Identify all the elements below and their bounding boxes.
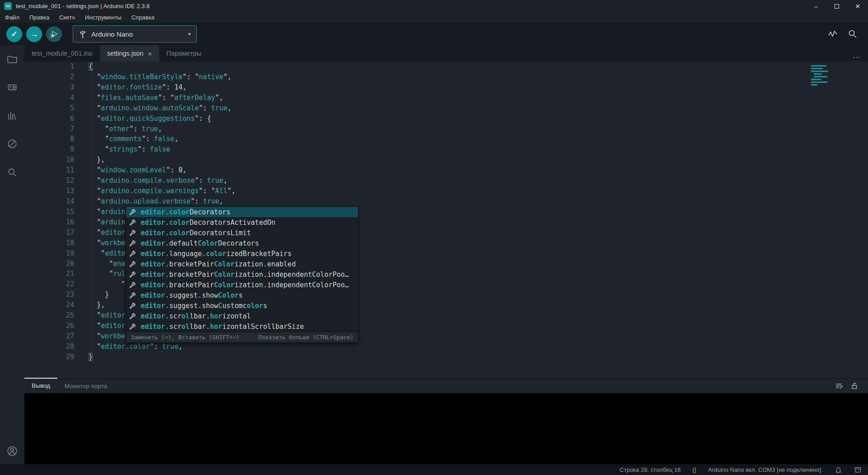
wrench-icon — [129, 250, 137, 257]
line-content: } — [74, 290, 109, 300]
line-number: 15 — [24, 207, 74, 217]
autocomplete-item[interactable]: editor.colorDecoratorsLimit — [126, 228, 358, 238]
line-number: 17 — [24, 228, 74, 238]
code-line[interactable]: 10 }, — [24, 155, 868, 165]
suggestion-text: editor.suggest.showCustomcolors — [141, 302, 267, 310]
wrench-icon — [129, 261, 137, 268]
menu-item[interactable]: Файл — [0, 14, 24, 21]
code-line[interactable]: 2 "window.titleBarStyle": "native", — [24, 72, 868, 82]
suggestion-text: editor.language.colorizedBracketPairs — [141, 250, 292, 258]
serial-monitor-button[interactable] — [847, 28, 858, 39]
suggestion-text: editor.suggest.showColors — [141, 291, 243, 299]
board-selector-dropdown[interactable]: Arduino Nano ▾ — [73, 25, 197, 43]
notifications-bell-icon[interactable] — [835, 466, 842, 474]
board-connection-status[interactable]: Arduino Nano вкл. COM3 [не подключено]. — [708, 466, 823, 473]
usb-icon — [79, 29, 87, 38]
wrench-icon — [129, 271, 137, 278]
code-line[interactable]: 7 "other": true, — [24, 124, 868, 134]
menu-item[interactable]: Правка — [24, 14, 54, 21]
minimap[interactable] — [811, 65, 838, 87]
code-line[interactable]: 5 "arduino.window.autoScale": true, — [24, 103, 868, 114]
close-button[interactable]: ✕ — [847, 0, 868, 12]
line-number: 20 — [24, 259, 74, 269]
autocomplete-item[interactable]: editor.suggest.showCustomcolors — [126, 300, 358, 311]
menu-item[interactable]: Справка — [127, 14, 160, 21]
suggestion-text: editor.colorDecorators — [141, 208, 231, 216]
autocomplete-item[interactable]: editor.colorDecoratorsActivatedOn — [126, 217, 358, 228]
tab-label: test_module_001.ino — [32, 50, 93, 57]
code-line[interactable]: 6 "editor.quickSuggestions": { — [24, 114, 868, 124]
editor-tab[interactable]: settings.json× — [100, 45, 159, 62]
panel-layout-icon[interactable] — [854, 466, 862, 474]
autocomplete-item[interactable]: editor.colorDecorators — [126, 207, 358, 217]
serial-plotter-button[interactable] — [827, 28, 838, 39]
line-number: 18 — [24, 238, 74, 248]
suggestion-text: editor.scrollbar.horizontal — [141, 312, 251, 320]
code-line[interactable]: 29} — [24, 352, 868, 362]
boards-manager-icon[interactable] — [6, 81, 18, 93]
lock-scroll-icon[interactable] — [850, 381, 859, 390]
autocomplete-item[interactable]: editor.scrollbar.horizontalScrollbarSize — [126, 321, 358, 332]
autocomplete-item[interactable]: editor.bracketPairColorization.independe… — [126, 280, 358, 290]
line-number: 10 — [24, 155, 74, 165]
autocomplete-item[interactable]: editor.scrollbar.horizontal — [126, 311, 358, 321]
debug-panel-icon[interactable] — [6, 138, 18, 150]
code-line[interactable]: 14 "arduino.upload.verbose": true, — [24, 196, 868, 207]
verify-button[interactable]: ✓ — [6, 26, 22, 42]
more-actions-button[interactable]: ⋯ — [853, 53, 861, 62]
code-line[interactable]: 9 "strings": false — [24, 144, 868, 155]
editor-tab[interactable]: Параметры — [159, 45, 208, 62]
code-line[interactable]: 11 "window.zoomLevel": 0, — [24, 165, 868, 176]
sketchbook-folder-icon[interactable] — [6, 53, 18, 65]
cursor-position[interactable]: Строка 28, столбец 16 — [620, 466, 681, 473]
show-more-hint[interactable]: Показать больше (CTRL+Space) — [258, 334, 354, 341]
panel-tab[interactable]: Вывод — [24, 378, 57, 393]
line-number: 13 — [24, 186, 74, 196]
code-line[interactable]: 28 "editor.color": true, — [24, 342, 868, 352]
code-line[interactable]: 4 "files.autoSave": "afterDelay", — [24, 93, 868, 103]
suggestion-text: editor.bracketPairColorization.independe… — [141, 271, 349, 279]
editor-tab[interactable]: test_module_001.ino — [24, 45, 100, 62]
wrench-icon — [129, 281, 137, 289]
language-mode[interactable]: {} — [693, 466, 697, 473]
line-number: 23 — [24, 290, 74, 300]
code-line[interactable]: 8 "comments": false, — [24, 134, 868, 144]
suggestion-text: editor.bracketPairColorization.enabled — [141, 260, 296, 268]
output-console[interactable] — [24, 393, 868, 464]
autocomplete-item[interactable]: editor.language.colorizedBracketPairs — [126, 248, 358, 259]
line-content: "arduino.compile.verbose": true, — [74, 176, 227, 186]
line-content: "editor.quickSuggestions": { — [74, 114, 211, 124]
line-number: 6 — [24, 114, 74, 124]
code-line[interactable]: 1{ — [24, 62, 868, 72]
code-line[interactable]: 12 "arduino.compile.verbose": true, — [24, 176, 868, 186]
search-icon[interactable] — [6, 166, 18, 178]
line-number: 12 — [24, 176, 74, 186]
wrench-icon — [129, 323, 137, 330]
close-icon[interactable]: × — [148, 50, 152, 57]
upload-button[interactable]: → — [26, 26, 42, 42]
wrench-icon — [129, 209, 137, 216]
code-line[interactable]: 13 "arduino.compile.warnings": "All", — [24, 186, 868, 196]
line-number: 27 — [24, 331, 74, 342]
minimize-button[interactable]: – — [806, 0, 826, 12]
autocomplete-item[interactable]: editor.bracketPairColorization.enabled — [126, 259, 358, 269]
line-content: "comments": false, — [74, 134, 179, 144]
restore-button[interactable] — [826, 0, 847, 12]
wrench-icon — [129, 229, 137, 237]
panel-tab[interactable]: Монитор порта — [57, 379, 114, 394]
autocomplete-item[interactable]: editor.defaultColorDecorators — [126, 238, 358, 248]
window-title: test_module_001 - settings.json | Arduin… — [16, 3, 150, 10]
library-manager-icon[interactable] — [6, 110, 18, 122]
menu-item[interactable]: Инструменты — [80, 14, 127, 21]
account-icon[interactable] — [6, 445, 18, 457]
wrench-icon — [129, 302, 137, 309]
code-line[interactable]: 3 "editor.fontSize": 14, — [24, 82, 868, 93]
autocomplete-item[interactable]: editor.suggest.showColors — [126, 290, 358, 300]
board-name: Arduino Nano — [91, 30, 133, 38]
arduino-logo-icon: ∞ — [4, 2, 12, 10]
menu-item[interactable]: Скетч — [54, 14, 80, 21]
clear-output-icon[interactable] — [835, 381, 844, 390]
line-number: 9 — [24, 144, 74, 155]
autocomplete-item[interactable]: editor.bracketPairColorization.independe… — [126, 269, 358, 280]
debug-button[interactable] — [46, 26, 62, 42]
